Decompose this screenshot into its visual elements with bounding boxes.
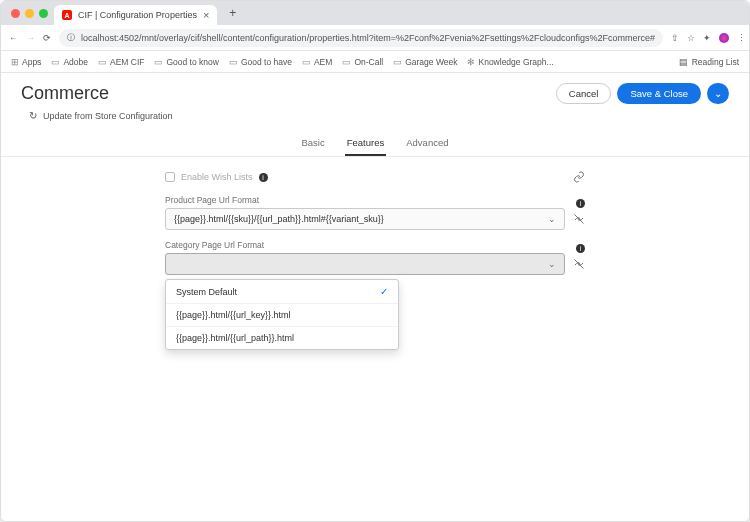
address-bar[interactable]: ⓘ localhost:4502/mnt/overlay/cif/shell/c… — [59, 29, 663, 47]
bookmark-folder[interactable]: ▭Good to have — [229, 57, 292, 67]
product-url-select[interactable]: {{page}}.html/{{sku}}/{{url_path}}.html#… — [165, 208, 565, 230]
chevron-down-icon: ⌄ — [548, 259, 556, 269]
star-icon[interactable]: ☆ — [687, 33, 695, 43]
close-tab-icon[interactable]: × — [203, 9, 209, 21]
folder-icon: ▭ — [154, 57, 163, 67]
info-icon[interactable]: i — [576, 199, 585, 208]
tab-features[interactable]: Features — [345, 131, 387, 156]
reading-list-icon: ▤ — [679, 57, 688, 67]
enable-wishlist-label: Enable Wish Lists — [181, 172, 253, 182]
adobe-favicon-icon: A — [62, 10, 72, 20]
bookmark-link[interactable]: ✻Knowledge Graph... — [467, 57, 553, 67]
folder-icon: ▭ — [229, 57, 238, 67]
header-actions: Cancel Save & Close ⌄ — [556, 83, 729, 104]
tab-basic[interactable]: Basic — [300, 131, 327, 156]
save-dropdown-button[interactable]: ⌄ — [707, 83, 729, 104]
info-icon[interactable]: i — [259, 173, 268, 182]
chrome-toolbar: ← → ⟳ ⓘ localhost:4502/mnt/overlay/cif/s… — [1, 25, 749, 51]
chrome-menu-icon[interactable]: ⋮ — [737, 33, 746, 43]
window-controls — [7, 9, 48, 18]
bookmark-folder[interactable]: ▭AEM — [302, 57, 332, 67]
site-info-icon[interactable]: ⓘ — [67, 32, 75, 43]
sync-icon: ↻ — [29, 110, 37, 121]
page-title: Commerce — [21, 83, 109, 104]
enable-wishlist-checkbox[interactable] — [165, 172, 175, 182]
share-icon[interactable]: ⇧ — [671, 33, 679, 43]
inherit-link-icon[interactable] — [573, 171, 585, 183]
dropdown-option-url-key[interactable]: {{page}}.html/{{url_key}}.html — [166, 304, 398, 327]
update-from-store-label: Update from Store Configuration — [43, 111, 173, 121]
info-icon[interactable]: i — [576, 244, 585, 253]
chevron-down-icon: ⌄ — [548, 214, 556, 224]
category-url-select[interactable]: ⌄ — [165, 253, 565, 275]
apps-bookmark[interactable]: ⊞Apps — [11, 57, 41, 67]
apps-icon: ⊞ — [11, 57, 19, 67]
forward-icon[interactable]: → — [26, 33, 35, 43]
tab-title: CIF | Configuration Properties — [78, 10, 197, 20]
browser-tab[interactable]: A CIF | Configuration Properties × — [54, 5, 217, 25]
extension-avatar-icon[interactable] — [719, 33, 729, 43]
dropdown-option-url-path[interactable]: {{page}}.html/{{url_path}}.html — [166, 327, 398, 349]
form-column: Enable Wish Lists i Product Page Url For… — [165, 171, 585, 521]
graph-icon: ✻ — [467, 57, 475, 67]
product-url-value: {{page}}.html/{{sku}}/{{url_path}}.html#… — [174, 214, 384, 224]
product-url-label: Product Page Url Format — [165, 195, 576, 205]
bookmark-folder[interactable]: ▭AEM CIF — [98, 57, 144, 67]
cancel-button[interactable]: Cancel — [556, 83, 612, 104]
config-tabs: Basic Features Advanced — [1, 131, 749, 157]
tab-advanced[interactable]: Advanced — [404, 131, 450, 156]
back-icon[interactable]: ← — [9, 33, 18, 43]
check-icon: ✓ — [380, 286, 388, 297]
reload-icon[interactable]: ⟳ — [43, 33, 51, 43]
maximize-window-button[interactable] — [39, 9, 48, 18]
browser-window: A CIF | Configuration Properties × + ← →… — [0, 0, 750, 522]
folder-icon: ▭ — [302, 57, 311, 67]
dropdown-option-system-default[interactable]: System Default ✓ — [166, 280, 398, 304]
bookmarks-bar: ⊞Apps ▭Adobe ▭AEM CIF ▭Good to know ▭Goo… — [1, 51, 749, 73]
close-window-button[interactable] — [11, 9, 20, 18]
new-tab-button[interactable]: + — [223, 6, 242, 20]
url-text: localhost:4502/mnt/overlay/cif/shell/con… — [81, 33, 655, 43]
page-header: Commerce Cancel Save & Close ⌄ — [1, 73, 749, 110]
break-inherit-icon[interactable] — [573, 258, 585, 270]
app-content: Commerce Cancel Save & Close ⌄ ↻ Update … — [1, 73, 749, 521]
minimize-window-button[interactable] — [25, 9, 34, 18]
bookmark-folder[interactable]: ▭Garage Week — [393, 57, 457, 67]
bookmark-folder[interactable]: ▭On-Call — [342, 57, 383, 67]
folder-icon: ▭ — [342, 57, 351, 67]
folder-icon: ▭ — [393, 57, 402, 67]
category-url-label: Category Page Url Format — [165, 240, 576, 250]
chevron-down-icon: ⌄ — [714, 88, 722, 99]
extensions-icon[interactable]: ✦ — [703, 33, 711, 43]
bookmark-folder[interactable]: ▭Adobe — [51, 57, 88, 67]
category-url-dropdown: System Default ✓ {{page}}.html/{{url_key… — [165, 279, 399, 350]
form-panel: Enable Wish Lists i Product Page Url For… — [1, 157, 749, 521]
reading-list-button[interactable]: ▤Reading List — [679, 57, 739, 67]
chrome-tab-strip: A CIF | Configuration Properties × + — [1, 1, 749, 25]
folder-icon: ▭ — [98, 57, 107, 67]
break-inherit-icon[interactable] — [573, 213, 585, 225]
save-close-button[interactable]: Save & Close — [617, 83, 701, 104]
bookmark-folder[interactable]: ▭Good to know — [154, 57, 218, 67]
update-from-store-row[interactable]: ↻ Update from Store Configuration — [1, 110, 749, 131]
folder-icon: ▭ — [51, 57, 60, 67]
chrome-actions: ⇧ ☆ ✦ ⋮ — [671, 33, 746, 43]
